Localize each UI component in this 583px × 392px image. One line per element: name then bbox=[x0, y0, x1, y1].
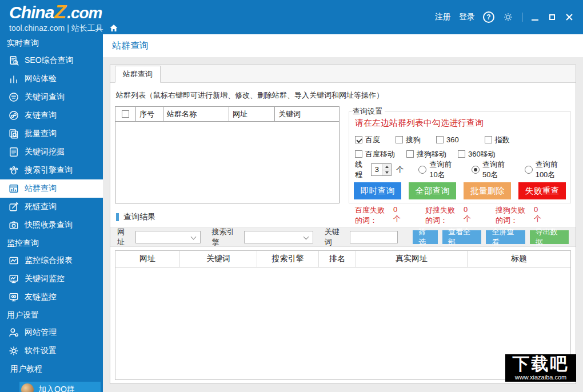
radio-top50[interactable]: 查询前50名 bbox=[472, 159, 510, 180]
sidebar-item-software-settings[interactable]: 软件设置 bbox=[0, 342, 103, 360]
header-divider bbox=[522, 13, 522, 22]
content-panel: 站群查询 站群列表（鼠标右键即可进行新增、修改、删除站群、导入关键词和网址等操作… bbox=[110, 65, 576, 384]
view-all-button[interactable]: 查看全部 bbox=[442, 230, 481, 244]
logo-text-z: Z bbox=[54, 2, 66, 21]
minimize-button[interactable] bbox=[530, 13, 540, 22]
results-table-body[interactable] bbox=[115, 267, 570, 379]
sidebar-item-keyword-query[interactable]: 关键词查询 bbox=[0, 88, 103, 106]
instant-query-button[interactable]: 即时查询 bbox=[354, 182, 401, 199]
query-settings-title: 查询设置 bbox=[353, 106, 385, 117]
page-title: 站群查询 bbox=[112, 40, 149, 52]
sidebar-item-site-experience[interactable]: 网站体验 bbox=[0, 70, 103, 88]
engine-checkbox-sogou-mobile[interactable]: 搜狗移动 bbox=[406, 149, 446, 159]
column-header-url: 网址 bbox=[115, 251, 180, 267]
filter-keyword-input[interactable] bbox=[350, 231, 398, 243]
select-all-checkbox[interactable] bbox=[122, 110, 129, 118]
sidebar-item-keyword-monitor[interactable]: 关键词监控 bbox=[0, 270, 103, 288]
sidebar-item-batch-query[interactable]: 批量查询 bbox=[0, 125, 103, 143]
group-list-hint: 站群列表（鼠标右键即可进行新增、修改、删除站群、导入关键词和网址等操作） bbox=[116, 90, 571, 101]
register-link[interactable]: 注册 bbox=[435, 12, 451, 22]
filter-button[interactable]: 筛选 bbox=[413, 230, 438, 244]
maximize-button[interactable] bbox=[548, 13, 557, 22]
engine-checkbox-baidu[interactable]: 百度 bbox=[355, 135, 380, 145]
sidebar-item-label: SEO综合查询 bbox=[25, 55, 74, 66]
sidebar-item-seo-query[interactable]: SEO综合查询 bbox=[0, 51, 103, 70]
haosou-failed-stat: 好搜失败的词：0个 bbox=[425, 205, 472, 226]
sidebar-item-label: 友链查询 bbox=[25, 110, 57, 121]
engine-checkbox-360[interactable]: 360 bbox=[436, 135, 459, 144]
close-button[interactable] bbox=[565, 13, 574, 22]
report-chart-icon bbox=[8, 255, 19, 266]
sidebar-item-dead-link-query[interactable]: 死链查询 bbox=[0, 198, 103, 216]
retry-failed-button[interactable]: 失败重查 bbox=[518, 182, 566, 199]
settings-gear-icon[interactable] bbox=[502, 11, 514, 23]
filter-url-label: 网址 bbox=[117, 227, 131, 247]
radio-top10[interactable]: 查询前10名 bbox=[418, 159, 457, 180]
tab-site-group-query[interactable]: 站群查询 bbox=[115, 66, 161, 83]
login-link[interactable]: 登录 bbox=[459, 12, 475, 22]
watermark-title: 下载吧 bbox=[505, 354, 576, 374]
site-group-table-body[interactable] bbox=[115, 122, 339, 203]
sidebar-item-label: 网站管理 bbox=[25, 327, 57, 338]
checkbox-icon bbox=[355, 150, 362, 158]
brand-block: ChinaZ.com tool.chinaz.com | 站长工具 bbox=[9, 2, 118, 33]
stepper-up-icon[interactable] bbox=[382, 164, 391, 170]
engine-checkbox-360-mobile[interactable]: 360移动 bbox=[458, 149, 496, 159]
query-settings-groupbox: 查询设置 请在左边站群列表中勾选进行查询 百度 搜狗 360 bbox=[349, 106, 571, 203]
sidebar-item-label: 网站体验 bbox=[25, 74, 57, 84]
home-icon[interactable] bbox=[109, 23, 118, 33]
sidebar-item-friend-link-monitor[interactable]: 友链监控 bbox=[0, 288, 103, 306]
sidebar-item-keyword-mining[interactable]: 关键词挖掘 bbox=[0, 143, 103, 161]
sidebar-item-search-engine-query[interactable]: 搜索引擎查询 bbox=[0, 161, 103, 179]
sidebar-item-monitor-report[interactable]: 监控综合报表 bbox=[0, 251, 103, 270]
section-marker-icon bbox=[116, 213, 119, 221]
sidebar-item-label: 软件设置 bbox=[25, 346, 57, 356]
monitor-chart-icon bbox=[8, 274, 19, 285]
engine-checkbox-index[interactable]: 指数 bbox=[485, 135, 510, 145]
sidebar-item-site-group-query[interactable]: 站群查询 bbox=[0, 179, 103, 198]
site-group-icon bbox=[8, 183, 19, 194]
user-gear-icon bbox=[8, 327, 19, 338]
sidebar: 实时查询 SEO综合查询 网站体验 关键词查询 友链查询 批量查询 关键词挖掘 … bbox=[0, 34, 103, 392]
export-data-button[interactable]: 导出数据 bbox=[530, 230, 569, 244]
filter-keyword-label: 关键词 bbox=[325, 227, 345, 247]
filter-engine-select[interactable] bbox=[244, 231, 313, 243]
query-all-button[interactable]: 全部查询 bbox=[409, 182, 456, 199]
column-header-rank: 排名 bbox=[319, 251, 356, 267]
logo-text-china: China bbox=[9, 4, 54, 21]
dead-link-icon bbox=[8, 202, 19, 213]
help-icon[interactable]: ? bbox=[483, 11, 494, 23]
engine-checkbox-baidu-mobile[interactable]: 百度移动 bbox=[355, 149, 395, 159]
sidebar-item-label: 友链监控 bbox=[25, 292, 57, 302]
sidebar-item-snapshot-query[interactable]: 快照收录查询 bbox=[0, 216, 103, 234]
radio-icon bbox=[472, 166, 480, 174]
sidebar-item-label: 监控综合报表 bbox=[25, 255, 73, 266]
gear-icon bbox=[8, 346, 19, 357]
sidebar-item-site-manage[interactable]: 网站管理 bbox=[0, 323, 103, 342]
join-qq-group-button[interactable]: 加入QQ群 bbox=[19, 382, 101, 392]
sidebar-item-user-tutorial[interactable]: 用户教程 bbox=[0, 360, 103, 378]
sidebar-item-friend-link-query[interactable]: 友链查询 bbox=[0, 106, 103, 125]
baidu-failed-stat: 百度失败的词：0个 bbox=[355, 205, 401, 226]
thread-count-stepper[interactable]: 3 bbox=[371, 163, 392, 176]
checkbox-icon bbox=[485, 136, 492, 143]
select-notice-text: 请在左边站群列表中勾选进行查询 bbox=[355, 118, 566, 129]
column-header-title: 标题 bbox=[468, 251, 570, 267]
sidebar-item-label: 关键词监控 bbox=[25, 274, 65, 284]
radio-top100[interactable]: 查询前100名 bbox=[525, 159, 566, 180]
batch-search-icon bbox=[8, 129, 19, 139]
watermark: 下载吧 www.xiazaiba.com bbox=[505, 354, 576, 382]
engine-checkbox-sogou[interactable]: 搜狗 bbox=[396, 135, 421, 145]
sidebar-section-realtime: 实时查询 bbox=[0, 34, 103, 51]
title-strip: 站群查询 bbox=[103, 34, 583, 57]
radio-icon bbox=[525, 166, 533, 174]
results-filter-bar: 网址 搜索引擎 关键词 筛选 查看全部 全屏查看 导出数据 bbox=[110, 227, 576, 247]
batch-delete-button[interactable]: 批量删除 bbox=[464, 182, 511, 199]
sidebar-item-label: 快照收录查询 bbox=[25, 220, 73, 230]
tab-strip: 站群查询 bbox=[110, 65, 576, 83]
filter-url-select[interactable] bbox=[135, 231, 200, 243]
stepper-down-icon[interactable] bbox=[382, 170, 391, 176]
chinaz-logo: ChinaZ.com bbox=[9, 2, 118, 21]
fullscreen-view-button[interactable]: 全屏查看 bbox=[486, 230, 525, 244]
column-header-keyword: 关键词 bbox=[275, 107, 339, 121]
